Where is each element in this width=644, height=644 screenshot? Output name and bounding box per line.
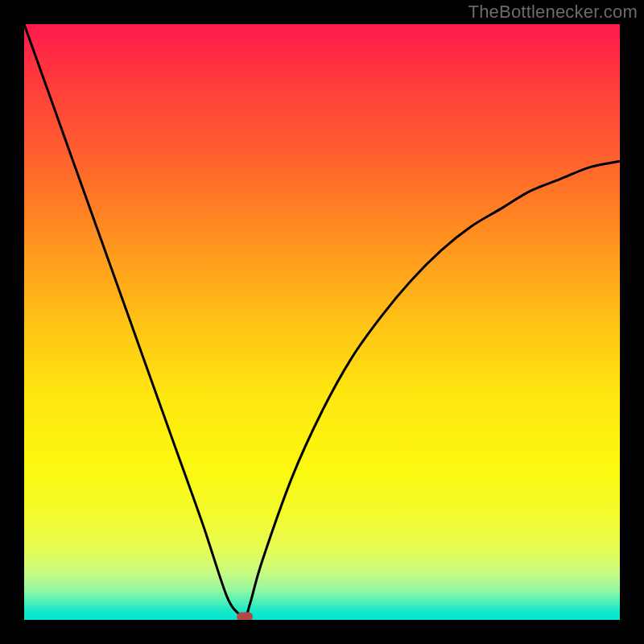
curve-path bbox=[24, 24, 620, 620]
chart-frame: TheBottlenecker.com bbox=[0, 0, 644, 644]
plot-area bbox=[24, 24, 620, 620]
minimum-marker bbox=[237, 613, 253, 621]
watermark-text: TheBottlenecker.com bbox=[469, 2, 638, 23]
bottleneck-curve bbox=[24, 24, 620, 620]
